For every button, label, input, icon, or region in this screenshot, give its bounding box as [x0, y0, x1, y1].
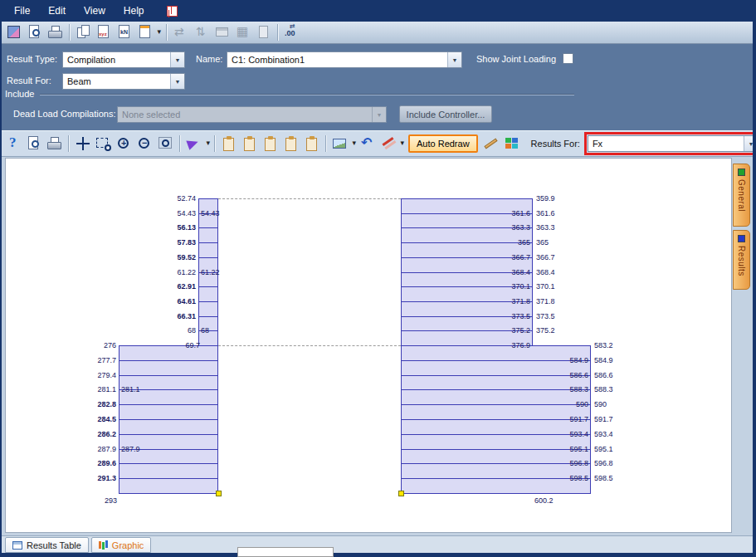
tab-graphic[interactable]: Graphic [91, 537, 152, 553]
copy-icon[interactable] [74, 22, 94, 42]
result-type-value: Compilation [63, 55, 170, 65]
diagram-value-label: 590 [539, 400, 588, 408]
diagram-value-label: 596.8 [594, 459, 644, 467]
zoom-out-icon[interactable] [135, 134, 155, 154]
chevron-down-icon[interactable]: ▼ [170, 74, 184, 89]
image-dropdown-icon[interactable] [330, 134, 357, 154]
toolbar-separator [325, 135, 327, 152]
color-grid-icon[interactable] [502, 134, 522, 154]
diagram-value-label: 69.7 [150, 341, 200, 349]
decimal-places-icon[interactable] [282, 22, 302, 42]
chevron-down-icon[interactable]: ▼ [447, 52, 461, 67]
export-xyz-icon[interactable] [95, 22, 115, 42]
menu-help[interactable]: Help [115, 2, 154, 20]
diagram-value-label: 68 [146, 326, 196, 335]
tab-results[interactable]: Results [733, 230, 750, 290]
window-left-edge [0, 0, 2, 557]
result-for-value: Beam [63, 76, 170, 86]
partial-popup [237, 547, 334, 557]
force-bar [119, 404, 218, 420]
graphics-toolbar: Auto Redraw Results For: Fx▼ [0, 130, 756, 157]
diagram-value-label: 56.13 [146, 223, 196, 232]
clipboard-save-icon[interactable] [281, 134, 301, 154]
zoom-window-icon[interactable] [94, 134, 114, 154]
tab-results-table[interactable]: Results Table [5, 537, 89, 553]
diagram-value-label: 376.9 [480, 341, 530, 349]
new-view-dropdown-icon[interactable] [136, 22, 163, 42]
diagram-value-label: 286.2 [66, 430, 116, 438]
window-disabled-icon [212, 22, 232, 42]
print-icon[interactable] [45, 134, 65, 154]
print-preview-icon[interactable] [24, 134, 44, 154]
menu-file[interactable]: File [5, 2, 39, 20]
dashed-reference-line [218, 345, 401, 346]
diagram-value-label: 54.43 [146, 209, 196, 217]
results-tab-label: Results [737, 246, 746, 276]
flip-h-disabled-icon [171, 22, 191, 42]
diagram-value-label: 591.7 [594, 415, 644, 423]
diagram-value-label: 366.7 [480, 253, 530, 261]
name-combobox[interactable]: C1: Combination1▼ [227, 51, 462, 68]
menu-view[interactable]: View [75, 2, 115, 20]
result-for-label: Result For: [7, 76, 51, 86]
doc-disabled-icon [254, 22, 274, 42]
name-value: C1: Combination1 [227, 55, 447, 65]
diagram-value-label: 583.2 [594, 341, 644, 349]
main-toolbar [0, 22, 756, 44]
print-icon[interactable] [46, 22, 66, 42]
force-bar [119, 478, 218, 494]
diagram-value-label: 370.1 [480, 282, 530, 291]
name-label: Name: [196, 54, 222, 64]
draw-pen-icon[interactable] [481, 134, 501, 154]
result-for-combobox[interactable]: Beam▼ [62, 73, 185, 90]
node-handle[interactable] [398, 491, 404, 496]
results-for-fx-combobox[interactable]: Fx▼ [588, 135, 756, 152]
clipboard-paste-icon[interactable] [240, 134, 260, 154]
table-disabled-icon [233, 22, 253, 42]
diagram-value-label: 373.5 [480, 312, 530, 320]
diagram-value-label: 593.4 [539, 430, 588, 438]
diagram-value-label: 365 [536, 238, 586, 247]
diagram-value-label: 588.3 [594, 385, 644, 393]
dashed-reference-line [218, 198, 401, 199]
result-type-label: Result Type: [7, 54, 57, 64]
general-tab-label: General [737, 179, 746, 212]
print-preview-icon[interactable] [25, 22, 45, 42]
model-view-icon[interactable] [4, 22, 24, 42]
include-controller-button[interactable]: Include Controller... [399, 105, 492, 123]
zoom-extents-icon[interactable] [156, 134, 176, 154]
clipboard-report-icon[interactable] [302, 134, 322, 154]
clipboard-copy-icon[interactable] [219, 134, 239, 154]
units-icon[interactable] [115, 22, 135, 42]
diagram-value-label: 61.22 [146, 268, 196, 276]
result-type-combobox[interactable]: Compilation▼ [62, 51, 185, 68]
zoom-in-icon[interactable] [115, 134, 134, 154]
diagram-value-label: 54.43 [201, 209, 251, 217]
diagram-value-label: 593.4 [594, 430, 644, 438]
window-right-edge [753, 0, 756, 557]
diagram-canvas[interactable]: 52.7454.4354.4356.1357.8359.5261.2261.22… [5, 158, 732, 533]
menu-edit[interactable]: Edit [39, 2, 75, 20]
force-bar [119, 360, 218, 376]
diagram-value-label: 57.83 [146, 238, 196, 247]
auto-redraw-button[interactable]: Auto Redraw [408, 134, 478, 153]
force-bar [198, 227, 218, 243]
redraw-dropdown-icon[interactable] [184, 134, 211, 154]
red-grid-icon[interactable] [165, 4, 178, 17]
clipboard-view-icon[interactable] [261, 134, 280, 154]
undo-icon[interactable] [358, 134, 378, 154]
show-joint-loading-checkbox[interactable] [563, 53, 573, 64]
annotate-dropdown-icon[interactable] [378, 134, 405, 154]
node-handle[interactable] [216, 491, 222, 496]
window-bottom-edge [0, 553, 756, 557]
pan-icon[interactable] [73, 134, 93, 154]
diagram-value-label: 282.8 [66, 400, 116, 408]
tab-general[interactable]: General [733, 164, 750, 227]
help-icon[interactable] [3, 134, 23, 154]
diagram-value-label: 281.1 [66, 385, 116, 393]
chevron-down-icon[interactable]: ▼ [170, 52, 184, 67]
diagram-value-label: 375.2 [480, 326, 530, 335]
diagram-value-label: 66.31 [146, 312, 196, 320]
diagram-value-label: 52.74 [146, 194, 196, 203]
toolbar-separator [277, 24, 279, 41]
